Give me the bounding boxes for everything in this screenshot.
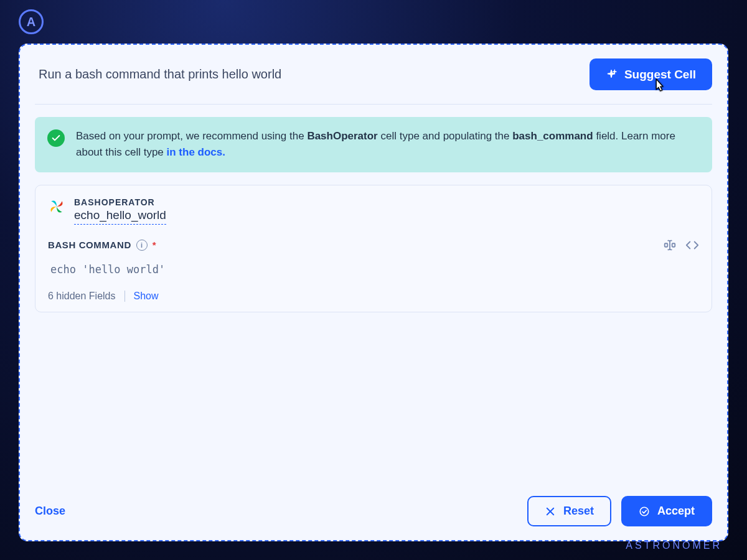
airflow-pinwheel-icon [48, 198, 65, 215]
close-button[interactable]: Close [35, 505, 65, 518]
operator-cell-card: BASHOPERATOR echo_hello_world BASH COMMA… [35, 185, 712, 312]
svg-rect-0 [665, 243, 668, 247]
app-top-bar: A [0, 0, 747, 44]
sparkle-icon [606, 69, 617, 80]
svg-rect-1 [672, 243, 675, 247]
panel-footer: Close Reset Accept [35, 496, 712, 526]
hidden-fields-row: 6 hidden Fields Show [48, 291, 699, 302]
check-icon [47, 129, 65, 147]
prompt-input[interactable] [35, 58, 578, 90]
prompt-row: Suggest Cell [35, 58, 712, 105]
svg-point-4 [640, 507, 649, 516]
cell-header: BASHOPERATOR echo_hello_world [48, 197, 699, 225]
info-icon[interactable]: i [136, 240, 148, 251]
accept-button[interactable]: Accept [621, 496, 712, 526]
separator [125, 291, 125, 302]
field-actions [663, 238, 699, 252]
astronomer-logo: A [19, 9, 44, 34]
recommendation-text: Based on your prompt, we recommend using… [76, 128, 700, 161]
logo-letter: A [27, 15, 35, 29]
show-hidden-fields-link[interactable]: Show [134, 291, 159, 302]
docs-link[interactable]: in the docs. [167, 146, 225, 158]
check-circle-icon [639, 506, 650, 517]
insert-cursor-icon[interactable] [663, 238, 677, 252]
recommended-field: bash_command [512, 130, 593, 142]
hidden-fields-count: 6 hidden Fields [48, 291, 116, 302]
close-icon [545, 506, 556, 517]
pointer-cursor-icon [651, 78, 668, 95]
required-indicator: * [153, 240, 156, 250]
cell-type-label: BASHOPERATOR [74, 197, 166, 208]
code-icon[interactable] [685, 238, 699, 252]
suggest-cell-panel: Suggest Cell Based on your prompt, we re… [19, 44, 728, 541]
bash-command-field: BASH COMMAND i * [48, 238, 699, 277]
reset-button[interactable]: Reset [527, 496, 611, 526]
recommended-cell-type: BashOperator [307, 130, 377, 142]
brand-footer: ASTRONOMER [626, 540, 722, 551]
cell-title-block: BASHOPERATOR echo_hello_world [74, 197, 166, 225]
task-name-input[interactable]: echo_hello_world [74, 208, 166, 225]
bash-command-value[interactable]: echo 'hello world' [48, 262, 699, 277]
suggest-cell-button[interactable]: Suggest Cell [590, 58, 712, 90]
recommendation-banner: Based on your prompt, we recommend using… [35, 117, 712, 172]
field-label: BASH COMMAND i * [48, 240, 156, 251]
